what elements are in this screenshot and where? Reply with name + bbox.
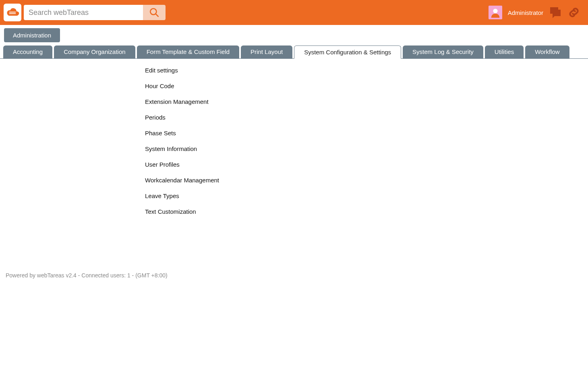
tab-form-template[interactable]: Form Template & Custom Field — [137, 45, 239, 58]
svg-point-4 — [493, 9, 497, 13]
cloud-icon — [5, 7, 20, 18]
header-bar: Administrator — [0, 0, 588, 25]
link-icon — [567, 6, 580, 19]
tab-accounting[interactable]: Accounting — [3, 45, 52, 58]
tab-utilities[interactable]: Utilities — [485, 45, 524, 58]
menu-leave-types[interactable]: Leave Types — [145, 192, 588, 199]
user-avatar-icon — [490, 7, 501, 18]
tab-company-organization[interactable]: Company Organization — [54, 45, 135, 58]
breadcrumb-administration[interactable]: Administration — [4, 28, 60, 42]
messages-icon-button[interactable] — [549, 6, 562, 19]
tab-system-log[interactable]: System Log & Security — [403, 45, 483, 58]
svg-rect-0 — [9, 12, 16, 12]
user-label[interactable]: Administrator — [508, 9, 543, 16]
menu-phase-sets[interactable]: Phase Sets — [145, 130, 588, 136]
menu-hour-code[interactable]: Hour Code — [145, 83, 588, 89]
menu-edit-settings[interactable]: Edit settings — [145, 67, 588, 74]
search-button[interactable] — [143, 5, 166, 20]
menu-periods[interactable]: Periods — [145, 114, 588, 121]
search-container — [24, 5, 166, 20]
chat-icon — [549, 6, 562, 19]
search-input[interactable] — [24, 5, 143, 20]
menu-extension-management[interactable]: Extension Management — [145, 98, 588, 105]
header-right: Administrator — [489, 6, 584, 19]
content-area: Edit settings Hour Code Extension Manage… — [0, 59, 588, 215]
search-icon — [149, 7, 159, 18]
header-left — [4, 4, 166, 21]
svg-marker-7 — [553, 16, 555, 18]
link-icon-button[interactable] — [567, 6, 580, 19]
menu-text-customization[interactable]: Text Customization — [145, 208, 588, 215]
avatar[interactable] — [489, 6, 502, 19]
svg-line-3 — [155, 14, 158, 17]
svg-rect-1 — [9, 13, 16, 14]
footer-status: Powered by webTareas v2.4 - Connected us… — [0, 224, 588, 279]
menu-system-information[interactable]: System Information — [145, 145, 588, 152]
tab-workflow[interactable]: Workflow — [525, 45, 569, 58]
tab-system-configuration[interactable]: System Configuration & Settings — [294, 45, 401, 59]
tab-print-layout[interactable]: Print Layout — [241, 45, 292, 58]
svg-rect-6 — [553, 10, 561, 16]
menu-workcalendar-management[interactable]: Workcalendar Management — [145, 177, 588, 184]
tabs-container: Accounting Company Organization Form Tem… — [0, 45, 588, 59]
breadcrumb: Administration — [0, 25, 588, 45]
menu-user-profiles[interactable]: User Profiles — [145, 161, 588, 168]
logo[interactable] — [4, 4, 21, 21]
